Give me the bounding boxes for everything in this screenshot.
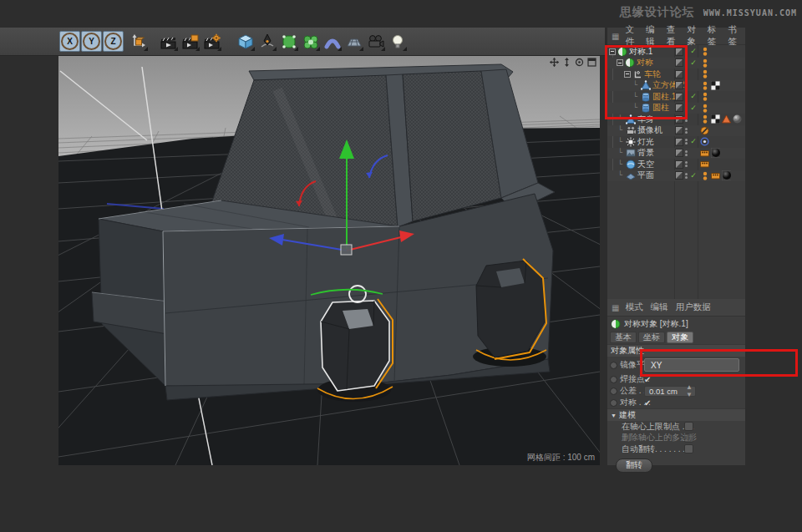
keyframe-dot-icon[interactable] (610, 376, 617, 383)
tag-list (700, 114, 742, 125)
tab-坐标[interactable]: 坐标 (638, 332, 665, 343)
tag-list (700, 170, 731, 182)
object-tree-row[interactable]: └摄像机 (607, 125, 745, 137)
camera-tool-button[interactable] (365, 31, 386, 52)
tree-branch-icon: └ (617, 160, 624, 169)
light-tool-button[interactable] (387, 31, 408, 52)
light-object-icon (626, 137, 636, 147)
subdivision-surface-button[interactable] (278, 31, 299, 52)
pan-view-icon[interactable] (549, 57, 560, 68)
tree-branch-icon: └ (617, 171, 624, 180)
car-rear-wheel[interactable] (473, 259, 546, 367)
render-view-icon (160, 33, 177, 50)
orange-dots-tag-icon[interactable] (700, 92, 709, 101)
phong-tag-icon[interactable] (722, 114, 731, 124)
uvw-tag-icon[interactable] (711, 114, 720, 124)
symmetry-checkbox[interactable]: ✔ (644, 398, 651, 408)
modeling-option-checkbox[interactable] (684, 444, 693, 453)
visibility-toggles (675, 125, 698, 137)
environment-floor-button[interactable] (343, 31, 364, 52)
enable-check-icon[interactable]: ✓ (689, 93, 698, 100)
layer-color-icon[interactable] (675, 160, 683, 169)
orange-dots-tag-icon[interactable] (700, 171, 709, 180)
site-watermark: 思缘设计论坛 WWW.MISSYUAN.COM (620, 5, 797, 20)
uvw-tag-icon[interactable] (711, 81, 720, 90)
object-manager-menu-item[interactable]: 标签 (708, 24, 721, 48)
object-manager-menu-item[interactable]: 书签 (728, 24, 741, 48)
deformers-button[interactable] (322, 31, 343, 52)
panel-grid-icon[interactable]: ▦ (612, 32, 619, 41)
panel-grid-icon[interactable]: ▦ (612, 303, 619, 312)
symmetry-object-icon (611, 319, 621, 329)
keyframe-dot-icon[interactable] (610, 399, 617, 407)
object-tree-row[interactable]: └灯光✓ (607, 136, 745, 148)
object-manager-menu-item[interactable]: 文件 (625, 24, 638, 48)
compositing-tag-icon[interactable] (711, 171, 720, 180)
spline-pen-button[interactable] (256, 31, 277, 52)
modeling-option-checkbox[interactable] (684, 422, 693, 431)
sphere-black-tag-icon[interactable] (722, 171, 731, 180)
object-manager-menu-item[interactable]: 编辑 (646, 24, 659, 48)
target-tag-icon[interactable] (700, 137, 709, 146)
generators-button[interactable] (300, 31, 321, 52)
compositing-tag-icon[interactable] (700, 149, 709, 158)
modeling-section-header[interactable]: ▼ 建模 (607, 408, 745, 421)
object-tree-row[interactable]: └背景 (607, 148, 745, 160)
enable-check-icon[interactable]: ✓ (689, 48, 698, 55)
keyframe-dot-icon[interactable] (610, 362, 617, 369)
visibility-dots-icon[interactable] (685, 128, 688, 134)
attribute-manager-menu-item[interactable]: 模式 (625, 301, 642, 313)
orange-dots-tag-icon[interactable] (700, 114, 709, 124)
z-axis-lock-button[interactable]: Z (103, 31, 124, 52)
render-settings-button[interactable] (201, 31, 222, 52)
viewport-3d[interactable]: 网格间距 : 100 cm (58, 56, 600, 465)
render-view-button[interactable] (158, 31, 179, 52)
enable-check-icon[interactable]: ✓ (689, 104, 698, 112)
object-tree-row[interactable]: └天空 (607, 159, 745, 170)
layer-color-icon[interactable] (675, 126, 683, 134)
visibility-dots-icon[interactable] (685, 139, 688, 144)
rotate-view-icon[interactable] (574, 57, 585, 68)
noise-tag-icon[interactable] (733, 114, 742, 124)
toggle-layout-icon[interactable] (586, 57, 597, 68)
orange-dots-tag-icon[interactable] (700, 47, 709, 56)
tag-list (700, 125, 709, 137)
layer-color-icon[interactable] (675, 149, 683, 157)
modeling-option-checkbox (684, 433, 693, 443)
attribute-manager-menu: ▦ 模式编辑用户数据 (607, 299, 745, 317)
render-region-button[interactable] (180, 31, 200, 52)
layer-color-icon[interactable] (675, 171, 683, 180)
visibility-dots-icon[interactable] (685, 173, 688, 179)
coordinate-system-button[interactable] (128, 31, 149, 52)
visibility-dots-icon[interactable] (685, 161, 688, 167)
flip-button[interactable]: 翻转 (616, 459, 652, 473)
add-cube-primitive-button[interactable] (235, 31, 256, 52)
object-tree-row[interactable]: └平面✓ (607, 170, 745, 182)
orange-dots-tag-icon[interactable] (700, 104, 709, 113)
object-manager-menu-item[interactable]: 查看 (667, 24, 680, 48)
sphere-black-tag-icon[interactable] (711, 149, 720, 158)
zoom-view-icon[interactable] (561, 57, 572, 68)
x-axis-lock-button[interactable]: X (59, 31, 80, 52)
layer-color-icon[interactable] (675, 138, 683, 146)
background-object-icon (626, 148, 636, 158)
y-axis-lock-button[interactable]: Y (81, 31, 102, 52)
tab-基本[interactable]: 基本 (610, 332, 637, 343)
gizmo-origin[interactable] (341, 245, 352, 255)
tolerance-field[interactable]: 0.01 cm ▲▼ (644, 386, 696, 397)
attribute-manager-menu-item[interactable]: 用户数据 (675, 301, 710, 313)
orange-dots-tag-icon[interactable] (700, 58, 709, 68)
enable-check-icon[interactable]: ✓ (689, 138, 698, 145)
protection-tag-icon[interactable] (700, 126, 709, 135)
attribute-manager-menu-item[interactable]: 编辑 (650, 301, 667, 313)
enable-check-icon[interactable]: ✓ (689, 172, 698, 180)
visibility-dots-icon[interactable] (685, 150, 688, 156)
compositing-tag-icon[interactable] (700, 160, 709, 169)
keyframe-dot-icon[interactable] (610, 388, 617, 395)
orange-dots-tag-icon[interactable] (700, 69, 709, 79)
tab-对象[interactable]: 对象 (667, 332, 693, 343)
enable-check-icon[interactable]: ✓ (689, 59, 698, 67)
tag-list (700, 136, 709, 148)
tree-branch-icon: └ (617, 126, 624, 134)
orange-dots-tag-icon[interactable] (700, 81, 709, 90)
